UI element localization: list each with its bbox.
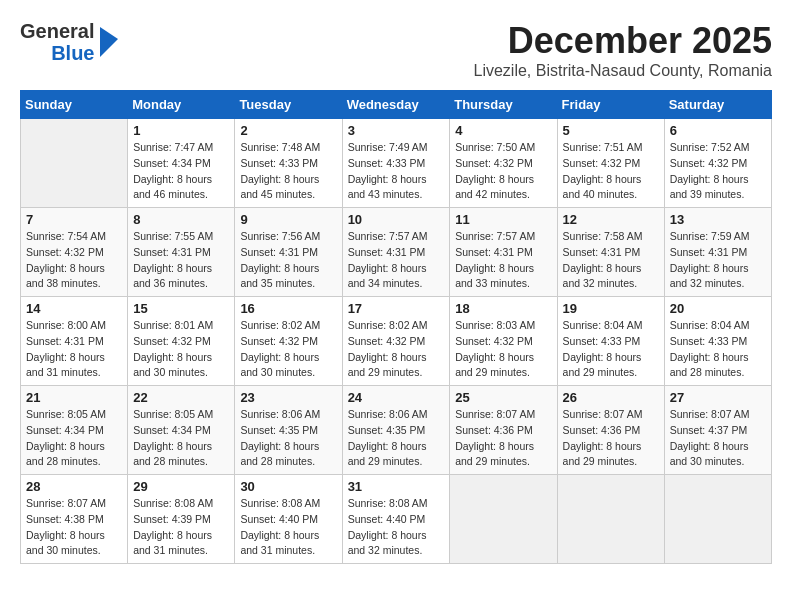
calendar-day-cell: 29Sunrise: 8:08 AM Sunset: 4:39 PM Dayli… xyxy=(128,475,235,564)
weekday-header-cell: Monday xyxy=(128,91,235,119)
day-info: Sunrise: 8:06 AM Sunset: 4:35 PM Dayligh… xyxy=(348,407,445,470)
day-info: Sunrise: 8:04 AM Sunset: 4:33 PM Dayligh… xyxy=(563,318,659,381)
day-number: 6 xyxy=(670,123,766,138)
day-number: 18 xyxy=(455,301,551,316)
calendar-week-row: 1Sunrise: 7:47 AM Sunset: 4:34 PM Daylig… xyxy=(21,119,772,208)
month-title: December 2025 xyxy=(474,20,773,62)
calendar-table: SundayMondayTuesdayWednesdayThursdayFrid… xyxy=(20,90,772,564)
day-info: Sunrise: 7:57 AM Sunset: 4:31 PM Dayligh… xyxy=(455,229,551,292)
day-number: 30 xyxy=(240,479,336,494)
logo: General Blue xyxy=(20,20,118,64)
day-number: 19 xyxy=(563,301,659,316)
day-number: 24 xyxy=(348,390,445,405)
day-info: Sunrise: 8:08 AM Sunset: 4:39 PM Dayligh… xyxy=(133,496,229,559)
calendar-day-cell: 24Sunrise: 8:06 AM Sunset: 4:35 PM Dayli… xyxy=(342,386,450,475)
day-info: Sunrise: 7:58 AM Sunset: 4:31 PM Dayligh… xyxy=(563,229,659,292)
weekday-header-cell: Saturday xyxy=(664,91,771,119)
calendar-day-cell: 5Sunrise: 7:51 AM Sunset: 4:32 PM Daylig… xyxy=(557,119,664,208)
day-info: Sunrise: 8:07 AM Sunset: 4:37 PM Dayligh… xyxy=(670,407,766,470)
calendar-body: 1Sunrise: 7:47 AM Sunset: 4:34 PM Daylig… xyxy=(21,119,772,564)
calendar-day-cell: 22Sunrise: 8:05 AM Sunset: 4:34 PM Dayli… xyxy=(128,386,235,475)
day-number: 25 xyxy=(455,390,551,405)
calendar-day-cell: 2Sunrise: 7:48 AM Sunset: 4:33 PM Daylig… xyxy=(235,119,342,208)
weekday-header-cell: Wednesday xyxy=(342,91,450,119)
calendar-day-cell: 19Sunrise: 8:04 AM Sunset: 4:33 PM Dayli… xyxy=(557,297,664,386)
calendar-day-cell: 12Sunrise: 7:58 AM Sunset: 4:31 PM Dayli… xyxy=(557,208,664,297)
day-info: Sunrise: 8:07 AM Sunset: 4:36 PM Dayligh… xyxy=(563,407,659,470)
day-number: 7 xyxy=(26,212,122,227)
calendar-day-cell: 18Sunrise: 8:03 AM Sunset: 4:32 PM Dayli… xyxy=(450,297,557,386)
calendar-week-row: 14Sunrise: 8:00 AM Sunset: 4:31 PM Dayli… xyxy=(21,297,772,386)
calendar-day-cell xyxy=(21,119,128,208)
weekday-header-cell: Friday xyxy=(557,91,664,119)
logo-blue-text: Blue xyxy=(51,42,94,64)
calendar-day-cell xyxy=(557,475,664,564)
day-info: Sunrise: 8:08 AM Sunset: 4:40 PM Dayligh… xyxy=(348,496,445,559)
calendar-day-cell: 16Sunrise: 8:02 AM Sunset: 4:32 PM Dayli… xyxy=(235,297,342,386)
calendar-day-cell: 9Sunrise: 7:56 AM Sunset: 4:31 PM Daylig… xyxy=(235,208,342,297)
day-number: 27 xyxy=(670,390,766,405)
day-number: 4 xyxy=(455,123,551,138)
weekday-header-cell: Thursday xyxy=(450,91,557,119)
day-info: Sunrise: 7:54 AM Sunset: 4:32 PM Dayligh… xyxy=(26,229,122,292)
calendar-day-cell: 11Sunrise: 7:57 AM Sunset: 4:31 PM Dayli… xyxy=(450,208,557,297)
day-info: Sunrise: 8:01 AM Sunset: 4:32 PM Dayligh… xyxy=(133,318,229,381)
logo-general-text: General xyxy=(20,20,94,42)
calendar-day-cell: 20Sunrise: 8:04 AM Sunset: 4:33 PM Dayli… xyxy=(664,297,771,386)
calendar-week-row: 21Sunrise: 8:05 AM Sunset: 4:34 PM Dayli… xyxy=(21,386,772,475)
day-number: 15 xyxy=(133,301,229,316)
day-number: 17 xyxy=(348,301,445,316)
calendar-week-row: 7Sunrise: 7:54 AM Sunset: 4:32 PM Daylig… xyxy=(21,208,772,297)
day-info: Sunrise: 8:07 AM Sunset: 4:38 PM Dayligh… xyxy=(26,496,122,559)
logo-icon xyxy=(96,27,118,57)
calendar-day-cell: 3Sunrise: 7:49 AM Sunset: 4:33 PM Daylig… xyxy=(342,119,450,208)
title-area: December 2025 Livezile, Bistrita-Nasaud … xyxy=(474,20,773,80)
calendar-header-row: SundayMondayTuesdayWednesdayThursdayFrid… xyxy=(21,91,772,119)
weekday-header-cell: Sunday xyxy=(21,91,128,119)
day-number: 28 xyxy=(26,479,122,494)
page-header: General Blue December 2025 Livezile, Bis… xyxy=(20,20,772,80)
day-number: 5 xyxy=(563,123,659,138)
weekday-header-cell: Tuesday xyxy=(235,91,342,119)
calendar-day-cell: 13Sunrise: 7:59 AM Sunset: 4:31 PM Dayli… xyxy=(664,208,771,297)
calendar-day-cell: 23Sunrise: 8:06 AM Sunset: 4:35 PM Dayli… xyxy=(235,386,342,475)
day-number: 21 xyxy=(26,390,122,405)
day-number: 8 xyxy=(133,212,229,227)
day-info: Sunrise: 7:50 AM Sunset: 4:32 PM Dayligh… xyxy=(455,140,551,203)
calendar-day-cell xyxy=(450,475,557,564)
day-info: Sunrise: 8:02 AM Sunset: 4:32 PM Dayligh… xyxy=(348,318,445,381)
day-number: 31 xyxy=(348,479,445,494)
calendar-day-cell: 25Sunrise: 8:07 AM Sunset: 4:36 PM Dayli… xyxy=(450,386,557,475)
day-info: Sunrise: 7:52 AM Sunset: 4:32 PM Dayligh… xyxy=(670,140,766,203)
day-info: Sunrise: 7:49 AM Sunset: 4:33 PM Dayligh… xyxy=(348,140,445,203)
day-number: 22 xyxy=(133,390,229,405)
day-info: Sunrise: 8:00 AM Sunset: 4:31 PM Dayligh… xyxy=(26,318,122,381)
day-number: 9 xyxy=(240,212,336,227)
calendar-day-cell: 6Sunrise: 7:52 AM Sunset: 4:32 PM Daylig… xyxy=(664,119,771,208)
calendar-day-cell: 15Sunrise: 8:01 AM Sunset: 4:32 PM Dayli… xyxy=(128,297,235,386)
day-number: 10 xyxy=(348,212,445,227)
day-info: Sunrise: 7:56 AM Sunset: 4:31 PM Dayligh… xyxy=(240,229,336,292)
day-info: Sunrise: 8:06 AM Sunset: 4:35 PM Dayligh… xyxy=(240,407,336,470)
calendar-day-cell: 27Sunrise: 8:07 AM Sunset: 4:37 PM Dayli… xyxy=(664,386,771,475)
day-info: Sunrise: 7:57 AM Sunset: 4:31 PM Dayligh… xyxy=(348,229,445,292)
day-number: 16 xyxy=(240,301,336,316)
day-info: Sunrise: 7:55 AM Sunset: 4:31 PM Dayligh… xyxy=(133,229,229,292)
day-info: Sunrise: 8:08 AM Sunset: 4:40 PM Dayligh… xyxy=(240,496,336,559)
calendar-day-cell: 7Sunrise: 7:54 AM Sunset: 4:32 PM Daylig… xyxy=(21,208,128,297)
day-number: 20 xyxy=(670,301,766,316)
calendar-day-cell: 14Sunrise: 8:00 AM Sunset: 4:31 PM Dayli… xyxy=(21,297,128,386)
calendar-day-cell: 10Sunrise: 7:57 AM Sunset: 4:31 PM Dayli… xyxy=(342,208,450,297)
day-number: 3 xyxy=(348,123,445,138)
day-number: 11 xyxy=(455,212,551,227)
calendar-week-row: 28Sunrise: 8:07 AM Sunset: 4:38 PM Dayli… xyxy=(21,475,772,564)
calendar-day-cell: 21Sunrise: 8:05 AM Sunset: 4:34 PM Dayli… xyxy=(21,386,128,475)
day-info: Sunrise: 8:05 AM Sunset: 4:34 PM Dayligh… xyxy=(26,407,122,470)
day-info: Sunrise: 7:59 AM Sunset: 4:31 PM Dayligh… xyxy=(670,229,766,292)
calendar-day-cell: 26Sunrise: 8:07 AM Sunset: 4:36 PM Dayli… xyxy=(557,386,664,475)
day-info: Sunrise: 8:05 AM Sunset: 4:34 PM Dayligh… xyxy=(133,407,229,470)
day-info: Sunrise: 7:51 AM Sunset: 4:32 PM Dayligh… xyxy=(563,140,659,203)
day-info: Sunrise: 7:48 AM Sunset: 4:33 PM Dayligh… xyxy=(240,140,336,203)
day-number: 14 xyxy=(26,301,122,316)
svg-marker-0 xyxy=(100,27,118,57)
